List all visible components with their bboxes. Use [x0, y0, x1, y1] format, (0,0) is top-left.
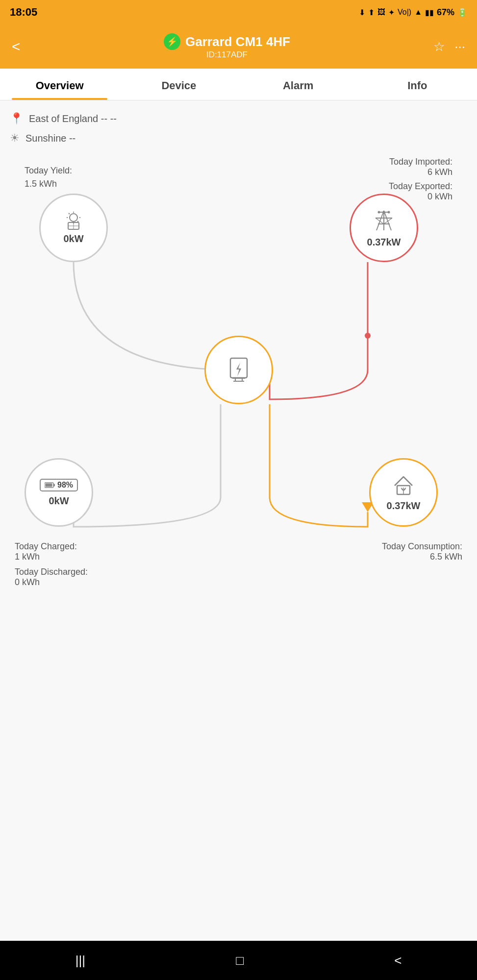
status-time: 18:05 [10, 6, 37, 19]
grid-label-block: Today Imported: 6 kWh Today Exported: 0 … [389, 157, 452, 202]
status-icons: ⬇ ⬆ 🖼 ✦ Vo|) ▲ ▮▮ 67% 🔋 [359, 7, 467, 18]
svg-rect-29 [53, 484, 55, 486]
grid-imported-label: Today Imported: [389, 157, 452, 167]
battery-charged-value: 1 kWh [15, 552, 88, 562]
tab-device[interactable]: Device [119, 69, 238, 100]
more-options-button[interactable]: ··· [454, 39, 465, 54]
svg-line-12 [377, 211, 384, 230]
header-title-row: ⚡ Garrard CM1 4HF [164, 33, 290, 50]
solar-icon [61, 212, 86, 231]
grid-node[interactable]: 0.37kW [350, 194, 418, 262]
device-id: ID:117ADF [206, 50, 248, 60]
battery-icon: 🔋 [457, 8, 467, 17]
location-row: 📍 East of England -- -- [10, 112, 467, 125]
favorite-button[interactable]: ☆ [433, 39, 445, 54]
solar-today-yield-value: 1.5 kWh [25, 177, 72, 191]
tab-alarm[interactable]: Alarm [239, 69, 358, 100]
svg-point-2 [70, 214, 77, 221]
location-text: East of England -- -- [29, 113, 117, 124]
header-title-block: ⚡ Garrard CM1 4HF ID:117ADF [164, 33, 290, 60]
solar-value: 0kW [63, 233, 83, 245]
svg-rect-30 [45, 483, 52, 487]
home-consumption-value: 6.5 kWh [382, 552, 462, 562]
svg-point-21 [383, 211, 385, 213]
grid-imported-value: 6 kWh [389, 167, 452, 177]
grid-icon [372, 208, 396, 235]
home-icon [392, 474, 415, 498]
location-icon: 📍 [10, 112, 23, 125]
sunshine-text: Sunshine -- [25, 133, 75, 144]
solar-label-block: Today Yield: 1.5 kWh [25, 164, 72, 191]
inverter-svg [226, 356, 251, 383]
grid-tower-svg [372, 208, 396, 233]
nav-home-button[interactable]: □ [236, 953, 244, 968]
battery-percent: 67% [437, 7, 454, 18]
android-nav-bar: ||| □ < [0, 941, 477, 980]
bluetooth-icon: ✦ [388, 8, 395, 17]
inverter-node[interactable] [204, 336, 273, 404]
image-icon: 🖼 [377, 8, 385, 17]
grid-exported-label: Today Exported: [389, 181, 452, 192]
svg-point-22 [388, 211, 390, 213]
svg-line-7 [69, 213, 70, 214]
app-header: < ⚡ Garrard CM1 4HF ID:117ADF ☆ ··· [0, 24, 477, 69]
inverter-icon [226, 356, 251, 385]
home-consumption-label: Today Consumption: [382, 541, 462, 552]
battery-label-block: Today Charged: 1 kWh Today Discharged: 0… [15, 541, 88, 588]
tab-overview[interactable]: Overview [0, 69, 119, 100]
svg-line-8 [77, 221, 78, 222]
device-name: Garrard CM1 4HF [185, 34, 290, 49]
upload-icon: ⬆ [368, 8, 375, 17]
home-svg [392, 474, 415, 496]
battery-charged-label: Today Charged: [15, 541, 88, 552]
tab-info[interactable]: Info [358, 69, 477, 100]
svg-point-0 [365, 333, 371, 339]
nav-back-button[interactable]: < [394, 953, 402, 968]
tab-bar: Overview Device Alarm Info [0, 69, 477, 100]
download-icon: ⬇ [359, 8, 365, 17]
svg-line-13 [384, 211, 391, 230]
battery-node[interactable]: 98% 0kW [25, 458, 93, 527]
overview-content: 📍 East of England -- -- ☀ Sunshine -- To… [0, 100, 477, 958]
sunshine-icon: ☀ [10, 132, 20, 145]
solar-today-yield-label: Today Yield: [25, 164, 72, 177]
signal-icon: Vo|) [398, 8, 411, 17]
svg-point-20 [378, 211, 380, 213]
bolt-icon: ⚡ [164, 33, 180, 50]
solar-node[interactable]: 0kW [39, 194, 108, 262]
home-node[interactable]: 0.37kW [369, 458, 438, 527]
battery-level-icon [45, 482, 55, 488]
home-value: 0.37kW [387, 500, 421, 512]
battery-discharged-label: Today Discharged: [15, 567, 88, 577]
battery-percentage-badge: 98% [40, 479, 78, 491]
grid-value: 0.37kW [367, 237, 401, 248]
home-label-block: Today Consumption: 6.5 kWh [382, 541, 462, 562]
battery-value: 0kW [49, 495, 69, 507]
battery-discharged-value: 0 kWh [15, 577, 88, 588]
solar-panel-svg [61, 212, 86, 231]
header-actions: ☆ ··· [433, 39, 465, 54]
status-bar: 18:05 ⬇ ⬆ 🖼 ✦ Vo|) ▲ ▮▮ 67% 🔋 [0, 0, 477, 24]
wifi-icon: ▲ [414, 8, 422, 17]
back-button[interactable]: < [12, 38, 21, 55]
flow-diagram: Today Yield: 1.5 kWh Today Imported: 6 k… [10, 154, 467, 742]
sunshine-row: ☀ Sunshine -- [10, 132, 467, 145]
svg-rect-23 [230, 358, 247, 378]
nav-menu-button[interactable]: ||| [75, 953, 85, 968]
cell-icon: ▮▮ [425, 8, 434, 17]
